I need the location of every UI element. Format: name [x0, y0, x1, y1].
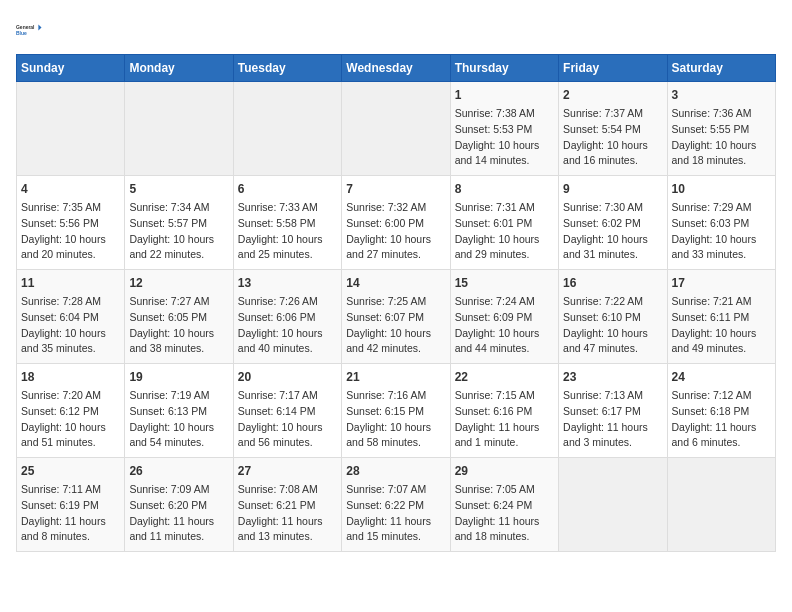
day-info: and 44 minutes.: [455, 341, 554, 357]
day-info: and 31 minutes.: [563, 247, 662, 263]
day-number: 7: [346, 180, 445, 198]
day-info: Sunrise: 7:22 AM: [563, 294, 662, 310]
day-info: Sunrise: 7:36 AM: [672, 106, 771, 122]
calendar-cell: 18Sunrise: 7:20 AMSunset: 6:12 PMDayligh…: [17, 364, 125, 458]
calendar-cell: 21Sunrise: 7:16 AMSunset: 6:15 PMDayligh…: [342, 364, 450, 458]
day-info: Sunset: 6:24 PM: [455, 498, 554, 514]
calendar-cell: 6Sunrise: 7:33 AMSunset: 5:58 PMDaylight…: [233, 176, 341, 270]
day-info: Sunset: 6:16 PM: [455, 404, 554, 420]
day-info: Daylight: 10 hours: [21, 232, 120, 248]
day-number: 19: [129, 368, 228, 386]
day-info: Daylight: 11 hours: [455, 514, 554, 530]
day-number: 1: [455, 86, 554, 104]
day-info: Sunrise: 7:24 AM: [455, 294, 554, 310]
day-info: Sunrise: 7:27 AM: [129, 294, 228, 310]
day-info: and 18 minutes.: [455, 529, 554, 545]
calendar-cell: 12Sunrise: 7:27 AMSunset: 6:05 PMDayligh…: [125, 270, 233, 364]
day-info: Sunrise: 7:30 AM: [563, 200, 662, 216]
day-info: Daylight: 11 hours: [563, 420, 662, 436]
day-info: Daylight: 10 hours: [563, 138, 662, 154]
day-info: Sunset: 5:58 PM: [238, 216, 337, 232]
day-info: Daylight: 10 hours: [129, 326, 228, 342]
calendar-cell: 11Sunrise: 7:28 AMSunset: 6:04 PMDayligh…: [17, 270, 125, 364]
calendar-cell: [125, 82, 233, 176]
day-number: 17: [672, 274, 771, 292]
calendar-cell: 10Sunrise: 7:29 AMSunset: 6:03 PMDayligh…: [667, 176, 775, 270]
day-info: and 56 minutes.: [238, 435, 337, 451]
day-info: Daylight: 10 hours: [455, 326, 554, 342]
day-info: Daylight: 10 hours: [346, 232, 445, 248]
calendar-cell: 9Sunrise: 7:30 AMSunset: 6:02 PMDaylight…: [559, 176, 667, 270]
day-info: Sunrise: 7:19 AM: [129, 388, 228, 404]
day-info: Sunset: 5:55 PM: [672, 122, 771, 138]
calendar-cell: 2Sunrise: 7:37 AMSunset: 5:54 PMDaylight…: [559, 82, 667, 176]
calendar-cell: 20Sunrise: 7:17 AMSunset: 6:14 PMDayligh…: [233, 364, 341, 458]
calendar-cell: 22Sunrise: 7:15 AMSunset: 6:16 PMDayligh…: [450, 364, 558, 458]
day-info: and 11 minutes.: [129, 529, 228, 545]
day-info: and 6 minutes.: [672, 435, 771, 451]
logo-icon: GeneralBlue: [16, 16, 44, 44]
day-info: Daylight: 11 hours: [21, 514, 120, 530]
day-info: Sunset: 6:21 PM: [238, 498, 337, 514]
day-info: and 27 minutes.: [346, 247, 445, 263]
calendar-cell: 16Sunrise: 7:22 AMSunset: 6:10 PMDayligh…: [559, 270, 667, 364]
header-day: Thursday: [450, 55, 558, 82]
day-info: Daylight: 10 hours: [21, 420, 120, 436]
day-info: Sunset: 6:03 PM: [672, 216, 771, 232]
day-info: and 14 minutes.: [455, 153, 554, 169]
day-info: and 40 minutes.: [238, 341, 337, 357]
calendar-week: 11Sunrise: 7:28 AMSunset: 6:04 PMDayligh…: [17, 270, 776, 364]
calendar-cell: [342, 82, 450, 176]
header-day: Sunday: [17, 55, 125, 82]
day-info: Daylight: 10 hours: [563, 232, 662, 248]
day-info: Sunrise: 7:32 AM: [346, 200, 445, 216]
calendar-cell: [559, 458, 667, 552]
day-info: Sunrise: 7:34 AM: [129, 200, 228, 216]
day-info: and 54 minutes.: [129, 435, 228, 451]
day-info: Sunset: 6:04 PM: [21, 310, 120, 326]
day-number: 26: [129, 462, 228, 480]
day-info: Daylight: 10 hours: [672, 232, 771, 248]
page-header: GeneralBlue: [16, 16, 776, 44]
day-info: and 16 minutes.: [563, 153, 662, 169]
day-info: and 13 minutes.: [238, 529, 337, 545]
day-info: Sunrise: 7:15 AM: [455, 388, 554, 404]
day-info: Daylight: 10 hours: [455, 232, 554, 248]
day-info: and 25 minutes.: [238, 247, 337, 263]
svg-text:General: General: [16, 25, 35, 30]
day-info: Sunrise: 7:11 AM: [21, 482, 120, 498]
day-info: Sunrise: 7:33 AM: [238, 200, 337, 216]
calendar-week: 18Sunrise: 7:20 AMSunset: 6:12 PMDayligh…: [17, 364, 776, 458]
day-info: Daylight: 10 hours: [238, 326, 337, 342]
day-info: and 49 minutes.: [672, 341, 771, 357]
day-info: Daylight: 10 hours: [346, 420, 445, 436]
calendar-week: 1Sunrise: 7:38 AMSunset: 5:53 PMDaylight…: [17, 82, 776, 176]
day-info: Sunrise: 7:38 AM: [455, 106, 554, 122]
day-info: Sunrise: 7:13 AM: [563, 388, 662, 404]
day-info: Sunrise: 7:26 AM: [238, 294, 337, 310]
day-info: Sunset: 5:53 PM: [455, 122, 554, 138]
day-info: Daylight: 11 hours: [129, 514, 228, 530]
day-info: Daylight: 11 hours: [346, 514, 445, 530]
day-info: and 47 minutes.: [563, 341, 662, 357]
calendar-cell: 15Sunrise: 7:24 AMSunset: 6:09 PMDayligh…: [450, 270, 558, 364]
calendar-cell: 8Sunrise: 7:31 AMSunset: 6:01 PMDaylight…: [450, 176, 558, 270]
day-info: Daylight: 10 hours: [455, 138, 554, 154]
day-info: Daylight: 10 hours: [563, 326, 662, 342]
logo: GeneralBlue: [16, 16, 44, 44]
day-info: and 8 minutes.: [21, 529, 120, 545]
calendar-cell: 13Sunrise: 7:26 AMSunset: 6:06 PMDayligh…: [233, 270, 341, 364]
day-info: Sunrise: 7:08 AM: [238, 482, 337, 498]
calendar-cell: 1Sunrise: 7:38 AMSunset: 5:53 PMDaylight…: [450, 82, 558, 176]
day-info: Daylight: 10 hours: [238, 420, 337, 436]
day-info: Sunrise: 7:16 AM: [346, 388, 445, 404]
day-info: and 38 minutes.: [129, 341, 228, 357]
day-info: Sunset: 6:14 PM: [238, 404, 337, 420]
svg-marker-2: [38, 24, 41, 30]
day-number: 29: [455, 462, 554, 480]
day-info: and 18 minutes.: [672, 153, 771, 169]
calendar-cell: 27Sunrise: 7:08 AMSunset: 6:21 PMDayligh…: [233, 458, 341, 552]
day-info: Sunrise: 7:21 AM: [672, 294, 771, 310]
day-info: Daylight: 11 hours: [672, 420, 771, 436]
day-info: and 58 minutes.: [346, 435, 445, 451]
